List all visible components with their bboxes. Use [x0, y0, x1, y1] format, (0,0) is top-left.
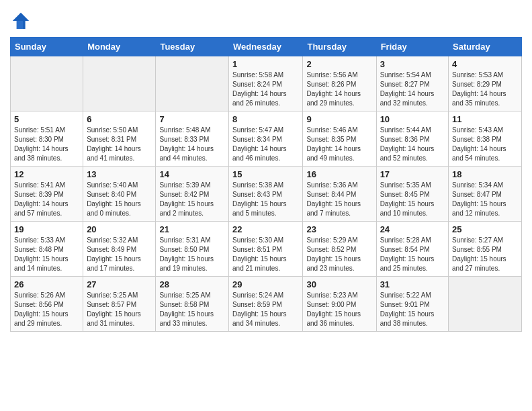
calendar-cell: 25Sunrise: 5:27 AM Sunset: 8:55 PM Dayli… — [449, 222, 522, 277]
calendar-table: SundayMondayTuesdayWednesdayThursdayFrid… — [10, 37, 522, 332]
calendar-cell — [156, 56, 229, 111]
calendar-cell: 4Sunrise: 5:53 AM Sunset: 8:29 PM Daylig… — [449, 56, 522, 111]
day-number: 30 — [306, 279, 372, 289]
header-row: SundayMondayTuesdayWednesdayThursdayFrid… — [11, 38, 522, 56]
day-number: 14 — [159, 169, 225, 179]
calendar-week-4: 19Sunrise: 5:33 AM Sunset: 8:48 PM Dayli… — [11, 222, 522, 277]
day-number: 9 — [306, 114, 372, 124]
day-info: Sunrise: 5:26 AM Sunset: 8:56 PM Dayligh… — [14, 291, 79, 328]
day-number: 4 — [452, 59, 518, 69]
calendar-cell: 5Sunrise: 5:51 AM Sunset: 8:30 PM Daylig… — [11, 111, 83, 167]
day-info: Sunrise: 5:32 AM Sunset: 8:49 PM Dayligh… — [87, 236, 152, 273]
day-info: Sunrise: 5:44 AM Sunset: 8:36 PM Dayligh… — [380, 126, 445, 163]
day-info: Sunrise: 5:28 AM Sunset: 8:54 PM Dayligh… — [380, 236, 445, 273]
day-info: Sunrise: 5:50 AM Sunset: 8:31 PM Dayligh… — [87, 126, 152, 163]
calendar-cell — [83, 56, 156, 111]
day-info: Sunrise: 5:39 AM Sunset: 8:42 PM Dayligh… — [159, 181, 225, 218]
calendar-week-1: 1Sunrise: 5:58 AM Sunset: 8:24 PM Daylig… — [11, 56, 522, 111]
day-number: 24 — [380, 224, 445, 234]
day-number: 22 — [232, 224, 299, 234]
day-info: Sunrise: 5:40 AM Sunset: 8:40 PM Dayligh… — [87, 181, 152, 218]
day-number: 25 — [452, 224, 518, 234]
day-number: 15 — [232, 169, 299, 179]
header — [10, 7, 522, 32]
day-info: Sunrise: 5:47 AM Sunset: 8:34 PM Dayligh… — [232, 126, 299, 163]
day-number: 13 — [87, 169, 152, 179]
calendar-header: SundayMondayTuesdayWednesdayThursdayFrid… — [11, 38, 522, 56]
day-number: 18 — [452, 169, 518, 179]
calendar-cell — [11, 56, 83, 111]
calendar-week-5: 26Sunrise: 5:26 AM Sunset: 8:56 PM Dayli… — [11, 277, 522, 332]
day-info: Sunrise: 5:51 AM Sunset: 8:30 PM Dayligh… — [14, 126, 79, 163]
logo-icon — [10, 10, 32, 32]
day-number: 20 — [87, 224, 152, 234]
day-number: 10 — [380, 114, 445, 124]
day-info: Sunrise: 5:31 AM Sunset: 8:50 PM Dayligh… — [159, 236, 225, 273]
calendar-cell: 28Sunrise: 5:25 AM Sunset: 8:58 PM Dayli… — [156, 277, 229, 332]
day-info: Sunrise: 5:23 AM Sunset: 9:00 PM Dayligh… — [306, 291, 372, 328]
page: SundayMondayTuesdayWednesdayThursdayFrid… — [0, 0, 532, 411]
calendar-cell: 31Sunrise: 5:22 AM Sunset: 9:01 PM Dayli… — [376, 277, 448, 332]
day-number: 6 — [87, 114, 152, 124]
day-number: 29 — [232, 279, 299, 289]
day-number: 5 — [14, 114, 79, 124]
calendar-cell: 12Sunrise: 5:41 AM Sunset: 8:39 PM Dayli… — [11, 167, 83, 222]
calendar-cell: 24Sunrise: 5:28 AM Sunset: 8:54 PM Dayli… — [376, 222, 448, 277]
day-info: Sunrise: 5:43 AM Sunset: 8:38 PM Dayligh… — [452, 126, 518, 163]
day-number: 3 — [380, 59, 445, 69]
day-number: 26 — [14, 279, 79, 289]
day-info: Sunrise: 5:25 AM Sunset: 8:58 PM Dayligh… — [159, 291, 225, 328]
calendar-cell: 19Sunrise: 5:33 AM Sunset: 8:48 PM Dayli… — [11, 222, 83, 277]
day-number: 31 — [380, 279, 445, 289]
calendar-cell: 16Sunrise: 5:36 AM Sunset: 8:44 PM Dayli… — [303, 167, 376, 222]
day-number: 2 — [306, 59, 372, 69]
day-info: Sunrise: 5:27 AM Sunset: 8:55 PM Dayligh… — [452, 236, 518, 273]
day-number: 16 — [306, 169, 372, 179]
day-number: 23 — [306, 224, 372, 234]
day-info: Sunrise: 5:33 AM Sunset: 8:48 PM Dayligh… — [14, 236, 79, 273]
day-number: 27 — [87, 279, 152, 289]
day-number: 21 — [159, 224, 225, 234]
calendar-cell: 17Sunrise: 5:35 AM Sunset: 8:45 PM Dayli… — [376, 167, 448, 222]
calendar-cell: 29Sunrise: 5:24 AM Sunset: 8:59 PM Dayli… — [229, 277, 303, 332]
day-number: 8 — [232, 114, 299, 124]
calendar-cell: 15Sunrise: 5:38 AM Sunset: 8:43 PM Dayli… — [229, 167, 303, 222]
logo — [10, 10, 34, 32]
day-number: 17 — [380, 169, 445, 179]
calendar-cell: 18Sunrise: 5:34 AM Sunset: 8:47 PM Dayli… — [449, 167, 522, 222]
calendar-cell: 26Sunrise: 5:26 AM Sunset: 8:56 PM Dayli… — [11, 277, 83, 332]
day-info: Sunrise: 5:38 AM Sunset: 8:43 PM Dayligh… — [232, 181, 299, 218]
day-info: Sunrise: 5:25 AM Sunset: 8:57 PM Dayligh… — [87, 291, 152, 328]
calendar-cell: 13Sunrise: 5:40 AM Sunset: 8:40 PM Dayli… — [83, 167, 156, 222]
calendar-cell: 20Sunrise: 5:32 AM Sunset: 8:49 PM Dayli… — [83, 222, 156, 277]
calendar-week-3: 12Sunrise: 5:41 AM Sunset: 8:39 PM Dayli… — [11, 167, 522, 222]
calendar-cell — [449, 277, 522, 332]
calendar-body: 1Sunrise: 5:58 AM Sunset: 8:24 PM Daylig… — [11, 56, 522, 332]
day-info: Sunrise: 5:48 AM Sunset: 8:33 PM Dayligh… — [159, 126, 225, 163]
day-number: 28 — [159, 279, 225, 289]
day-number: 19 — [14, 224, 79, 234]
calendar-cell: 8Sunrise: 5:47 AM Sunset: 8:34 PM Daylig… — [229, 111, 303, 167]
day-info: Sunrise: 5:58 AM Sunset: 8:24 PM Dayligh… — [232, 71, 299, 108]
calendar-cell: 2Sunrise: 5:56 AM Sunset: 8:26 PM Daylig… — [303, 56, 376, 111]
day-info: Sunrise: 5:34 AM Sunset: 8:47 PM Dayligh… — [452, 181, 518, 218]
calendar-cell: 27Sunrise: 5:25 AM Sunset: 8:57 PM Dayli… — [83, 277, 156, 332]
day-info: Sunrise: 5:29 AM Sunset: 8:52 PM Dayligh… — [306, 236, 372, 273]
day-info: Sunrise: 5:46 AM Sunset: 8:35 PM Dayligh… — [306, 126, 372, 163]
day-info: Sunrise: 5:24 AM Sunset: 8:59 PM Dayligh… — [232, 291, 299, 328]
calendar-week-2: 5Sunrise: 5:51 AM Sunset: 8:30 PM Daylig… — [11, 111, 522, 167]
calendar-cell: 22Sunrise: 5:30 AM Sunset: 8:51 PM Dayli… — [229, 222, 303, 277]
calendar-cell: 14Sunrise: 5:39 AM Sunset: 8:42 PM Dayli… — [156, 167, 229, 222]
calendar-cell: 6Sunrise: 5:50 AM Sunset: 8:31 PM Daylig… — [83, 111, 156, 167]
calendar-cell: 10Sunrise: 5:44 AM Sunset: 8:36 PM Dayli… — [376, 111, 448, 167]
day-number: 1 — [232, 59, 299, 69]
day-number: 12 — [14, 169, 79, 179]
day-header-sunday: Sunday — [11, 38, 83, 56]
calendar-cell: 7Sunrise: 5:48 AM Sunset: 8:33 PM Daylig… — [156, 111, 229, 167]
calendar-cell: 11Sunrise: 5:43 AM Sunset: 8:38 PM Dayli… — [449, 111, 522, 167]
day-info: Sunrise: 5:36 AM Sunset: 8:44 PM Dayligh… — [306, 181, 372, 218]
day-number: 11 — [452, 114, 518, 124]
day-info: Sunrise: 5:35 AM Sunset: 8:45 PM Dayligh… — [380, 181, 445, 218]
day-info: Sunrise: 5:22 AM Sunset: 9:01 PM Dayligh… — [380, 291, 445, 328]
day-info: Sunrise: 5:53 AM Sunset: 8:29 PM Dayligh… — [452, 71, 518, 108]
